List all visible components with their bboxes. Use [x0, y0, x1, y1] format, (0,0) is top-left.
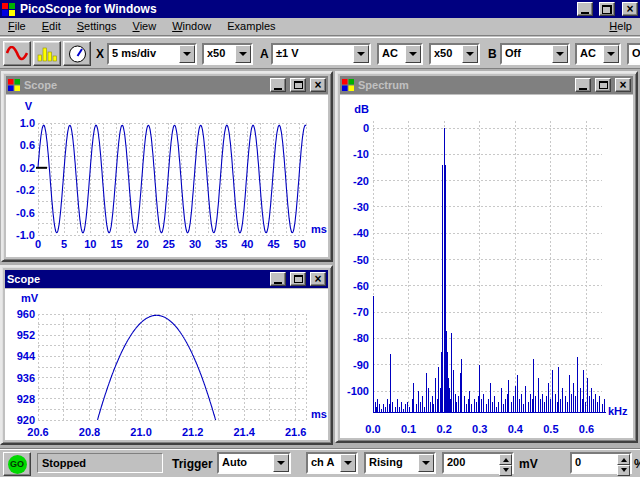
svg-text:0.4: 0.4: [508, 423, 524, 435]
svg-text:-40: -40: [353, 227, 369, 239]
svg-text:0.3: 0.3: [472, 423, 487, 435]
menu-view[interactable]: View: [124, 18, 164, 35]
channel-b-multiplier-select[interactable]: Off: [627, 43, 640, 65]
svg-text:0.5: 0.5: [543, 423, 558, 435]
svg-text:-80: -80: [353, 332, 369, 344]
channel-b-coupling-select[interactable]: AC: [575, 43, 621, 65]
close-button[interactable]: ×: [615, 78, 631, 92]
svg-text:-70: -70: [353, 306, 369, 318]
scope2-titlebar[interactable]: Scope ×: [5, 270, 328, 288]
chevron-down-icon[interactable]: [340, 454, 356, 472]
restore-button[interactable]: [599, 2, 615, 16]
svg-text:25: 25: [163, 238, 175, 250]
svg-text:928: 928: [17, 393, 35, 405]
svg-text:35: 35: [215, 238, 227, 250]
close-button[interactable]: ×: [310, 272, 326, 286]
spectrum-bars-icon: [37, 46, 57, 62]
close-button[interactable]: ×: [622, 2, 638, 16]
maximize-icon: [294, 81, 303, 89]
svg-text:20: 20: [137, 238, 149, 250]
menu-window[interactable]: Window: [164, 18, 219, 35]
spectrum-window-icon: [342, 79, 355, 91]
scope-view-button[interactable]: [3, 41, 31, 66]
spin-up-icon[interactable]: [499, 454, 512, 465]
status-text: Stopped: [37, 453, 163, 473]
menu-examples[interactable]: Examples: [219, 18, 283, 35]
svg-text:10: 10: [84, 238, 96, 250]
minimize-button[interactable]: [270, 272, 286, 286]
chevron-down-icon[interactable]: [179, 45, 195, 63]
svg-text:0: 0: [363, 122, 369, 134]
spectrum-titlebar[interactable]: Spectrum ×: [340, 76, 633, 94]
spin-down-icon[interactable]: [617, 465, 630, 476]
svg-text:20.6: 20.6: [27, 426, 48, 438]
restore-icon: [602, 5, 612, 14]
spin-down-icon[interactable]: [499, 465, 512, 476]
close-icon: ×: [626, 4, 633, 14]
minimize-button[interactable]: [270, 78, 286, 92]
svg-text:952: 952: [17, 329, 35, 341]
go-button[interactable]: GO: [3, 452, 31, 476]
go-icon: GO: [8, 455, 27, 474]
chevron-down-icon[interactable]: [552, 45, 568, 63]
spectrum-plot: 0-10-20-30-40-50-60-70-80-90-1000.00.10.…: [340, 95, 633, 438]
svg-text:0.0: 0.0: [365, 423, 380, 435]
channel-a-label: A: [260, 47, 269, 61]
trigger-delay-input[interactable]: 0: [570, 452, 632, 474]
chevron-down-icon[interactable]: [603, 45, 619, 63]
maximize-button[interactable]: [290, 78, 306, 92]
chevron-down-icon[interactable]: [273, 454, 289, 472]
channel-a-multiplier-select[interactable]: x50: [429, 43, 480, 65]
svg-text:-90: -90: [353, 359, 369, 371]
channel-a-range-select[interactable]: ±1 V: [271, 43, 371, 65]
trigger-label: Trigger: [172, 457, 213, 471]
chevron-down-icon[interactable]: [462, 45, 478, 63]
svg-text:936: 936: [17, 372, 35, 384]
channel-b-range-select[interactable]: Off: [500, 43, 570, 65]
timebase-multiplier-select[interactable]: x50: [202, 43, 253, 65]
menu-file[interactable]: File: [0, 18, 34, 35]
trigger-edge-select[interactable]: Rising: [364, 452, 436, 474]
minimize-button[interactable]: [577, 2, 593, 16]
svg-text:-50: -50: [353, 254, 369, 266]
trigger-level-input[interactable]: 200: [442, 452, 514, 474]
svg-text:-20: -20: [353, 175, 369, 187]
meter-view-button[interactable]: [63, 41, 91, 66]
svg-text:50: 50: [294, 238, 306, 250]
spectrum-view-button[interactable]: [33, 41, 61, 66]
scope1-titlebar[interactable]: Scope ×: [6, 76, 328, 94]
spin-up-icon[interactable]: [617, 454, 630, 465]
close-icon: ×: [314, 274, 321, 284]
chevron-down-icon[interactable]: [405, 45, 421, 63]
menu-settings[interactable]: Settings: [69, 18, 125, 35]
trigger-channel-select[interactable]: ch A: [306, 452, 358, 474]
close-button[interactable]: ×: [310, 78, 326, 92]
svg-text:-60: -60: [353, 280, 369, 292]
svg-text:0.2: 0.2: [20, 162, 35, 174]
trigger-mode-select[interactable]: Auto: [217, 452, 291, 474]
maximize-icon: [599, 81, 608, 89]
channel-b-label: B: [488, 47, 497, 61]
minimize-button[interactable]: [575, 78, 591, 92]
channel-a-coupling-select[interactable]: AC: [377, 43, 423, 65]
svg-text:40: 40: [241, 238, 253, 250]
svg-text:dB: dB: [354, 103, 369, 115]
sine-wave-icon: [6, 46, 28, 61]
timebase-select[interactable]: 5 ms/div: [107, 43, 197, 65]
chevron-down-icon[interactable]: [353, 45, 369, 63]
svg-text:21.0: 21.0: [130, 426, 151, 438]
menu-edit[interactable]: Edit: [34, 18, 69, 35]
svg-text:21.2: 21.2: [182, 426, 203, 438]
svg-text:-30: -30: [353, 201, 369, 213]
minimize-icon: [274, 282, 282, 284]
minimize-icon: [581, 12, 589, 14]
maximize-button[interactable]: [290, 272, 306, 286]
svg-text:21.6: 21.6: [285, 426, 306, 438]
maximize-button[interactable]: [595, 78, 611, 92]
app-titlebar[interactable]: PicoScope for Windows ×: [0, 0, 640, 18]
menu-help[interactable]: Help: [601, 18, 640, 35]
svg-text:0.1: 0.1: [401, 423, 416, 435]
chevron-down-icon[interactable]: [418, 454, 434, 472]
minimize-icon: [274, 88, 282, 90]
chevron-down-icon[interactable]: [235, 45, 251, 63]
